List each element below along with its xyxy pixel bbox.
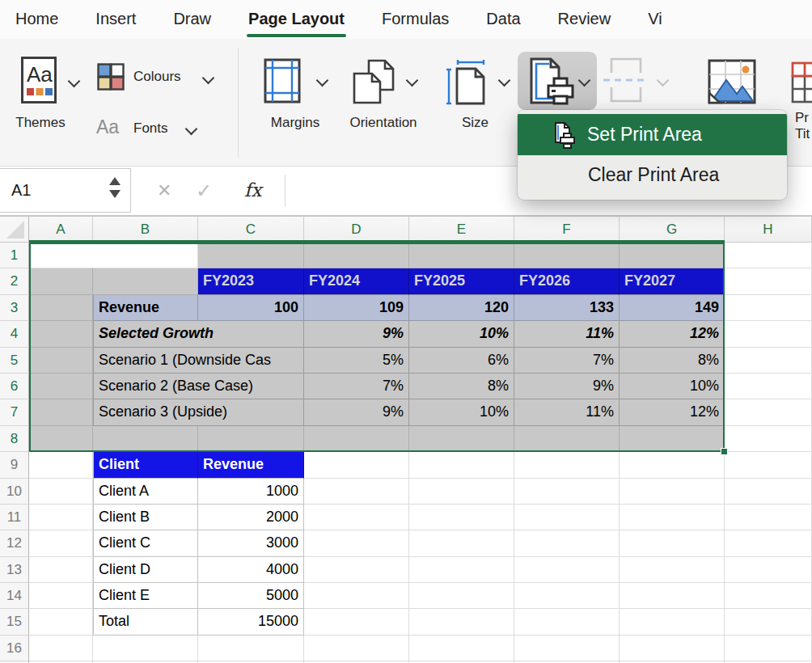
row-header-5[interactable]: 5 [0, 348, 29, 374]
cell-D14[interactable] [304, 583, 409, 609]
cell-A2[interactable] [29, 268, 93, 294]
cell-H14[interactable] [725, 583, 812, 609]
cell-H5[interactable] [725, 348, 812, 374]
col-header-B[interactable]: B [93, 217, 198, 243]
cell-F4[interactable]: 11% [514, 321, 620, 347]
cell-F2[interactable]: FY2026 [514, 268, 620, 294]
row-header-7[interactable]: 7 [0, 399, 29, 425]
cell-H10[interactable] [725, 479, 812, 505]
cell-F12[interactable] [514, 530, 620, 556]
row-header-8[interactable]: 8 [0, 426, 29, 452]
row-header-14[interactable]: 14 [0, 583, 29, 609]
cell-H7[interactable] [725, 399, 812, 425]
cell-C3[interactable]: 100 [198, 295, 304, 321]
fonts-chevron-icon[interactable] [185, 123, 198, 136]
cell-F11[interactable] [514, 505, 620, 530]
themes-chevron-icon[interactable] [68, 75, 81, 88]
cell-H11[interactable] [725, 505, 812, 530]
cell-D5[interactable]: 5% [304, 348, 409, 374]
cell-F3[interactable]: 133 [514, 295, 620, 321]
row-header-4[interactable]: 4 [0, 321, 29, 347]
cell-B15[interactable]: Total [93, 609, 198, 635]
cell-A9[interactable] [29, 452, 93, 478]
tab-page-layout[interactable]: Page Layout [248, 0, 345, 39]
cell-G3[interactable]: 149 [620, 295, 725, 321]
cell-D1[interactable] [304, 243, 409, 268]
select-all-corner[interactable] [0, 217, 29, 243]
row-header-13[interactable]: 13 [0, 557, 29, 583]
cell-A11[interactable] [29, 505, 93, 530]
cell-C11[interactable]: 2000 [198, 505, 304, 530]
cell-D3[interactable]: 109 [304, 295, 409, 321]
cell-A13[interactable] [29, 557, 93, 583]
cell-G5[interactable]: 8% [620, 348, 725, 374]
cell-A14[interactable] [29, 583, 93, 609]
cell-G4[interactable]: 12% [620, 321, 725, 347]
cell-H4[interactable] [725, 321, 812, 347]
cell-D6[interactable]: 7% [304, 374, 409, 399]
cell-D9[interactable] [304, 452, 409, 478]
cell-B9[interactable]: Client [93, 452, 198, 478]
cell-A5[interactable] [29, 348, 93, 374]
col-header-F[interactable]: F [514, 217, 620, 243]
cell-G8[interactable] [620, 426, 725, 452]
spinner-up-icon[interactable] [109, 177, 121, 185]
cell-E16[interactable] [409, 636, 514, 661]
cell-A12[interactable] [29, 530, 93, 556]
cell-A16[interactable] [29, 636, 93, 661]
cell-D2[interactable]: FY2024 [304, 268, 409, 294]
cell-A8[interactable] [29, 426, 93, 452]
cell-B4:C4[interactable]: Selected Growth [93, 321, 304, 347]
row-header-6[interactable]: 6 [0, 374, 29, 399]
cell-C1[interactable] [198, 243, 304, 268]
cell-B13[interactable]: Client D [93, 557, 198, 583]
col-header-E[interactable]: E [409, 217, 514, 243]
cell-E8[interactable] [409, 426, 514, 452]
name-box-spinner[interactable] [109, 177, 121, 198]
cell-B12[interactable]: Client C [93, 530, 198, 556]
enter-icon[interactable]: ✓ [196, 167, 212, 215]
name-box[interactable]: A1 [0, 168, 131, 213]
cell-F7[interactable]: 11% [514, 399, 620, 425]
cell-F6[interactable]: 9% [514, 374, 620, 399]
col-header-G[interactable]: G [620, 217, 725, 243]
cell-B16[interactable] [93, 636, 198, 661]
cell-F15[interactable] [514, 609, 620, 635]
cell-H12[interactable] [725, 530, 812, 556]
row-header-9[interactable]: 9 [0, 452, 29, 478]
cell-F1[interactable] [514, 243, 620, 268]
row-header-1[interactable]: 1 [0, 243, 29, 268]
cell-E7[interactable]: 10% [409, 399, 514, 425]
cell-D16[interactable] [304, 636, 409, 661]
cell-H8[interactable] [725, 426, 812, 452]
cell-H1[interactable] [725, 243, 812, 268]
cell-G2[interactable]: FY2027 [620, 268, 725, 294]
print-area-button[interactable] [518, 52, 597, 110]
size-chevron-icon[interactable] [498, 74, 511, 87]
cell-C15[interactable]: 15000 [198, 609, 304, 635]
cell-B2[interactable] [93, 268, 198, 294]
cell-G13[interactable] [620, 557, 725, 583]
cell-H16[interactable] [725, 636, 812, 661]
cell-D15[interactable] [304, 609, 409, 635]
cell-B6:C6[interactable]: Scenario 2 (Base Case) [93, 374, 304, 399]
cell-H2[interactable] [725, 268, 812, 294]
cell-H6[interactable] [725, 374, 812, 399]
row-header-12[interactable]: 12 [0, 530, 29, 556]
cell-A7[interactable] [29, 399, 93, 425]
cell-A10[interactable] [29, 479, 93, 505]
cell-D12[interactable] [304, 530, 409, 556]
cell-C13[interactable]: 4000 [198, 557, 304, 583]
insert-function-icon[interactable]: fx [244, 167, 261, 213]
cell-E1[interactable] [409, 243, 514, 268]
spinner-down-icon[interactable] [109, 190, 121, 198]
row-header-10[interactable]: 10 [0, 479, 29, 505]
col-header-D[interactable]: D [304, 217, 409, 243]
cell-E4[interactable]: 10% [409, 321, 514, 347]
col-header-C[interactable]: C [198, 217, 304, 243]
cell-F13[interactable] [514, 557, 620, 583]
cell-A4[interactable] [29, 321, 93, 347]
cell-B3[interactable]: Revenue [93, 295, 198, 321]
cell-G11[interactable] [620, 505, 725, 530]
cell-H15[interactable] [725, 609, 812, 635]
